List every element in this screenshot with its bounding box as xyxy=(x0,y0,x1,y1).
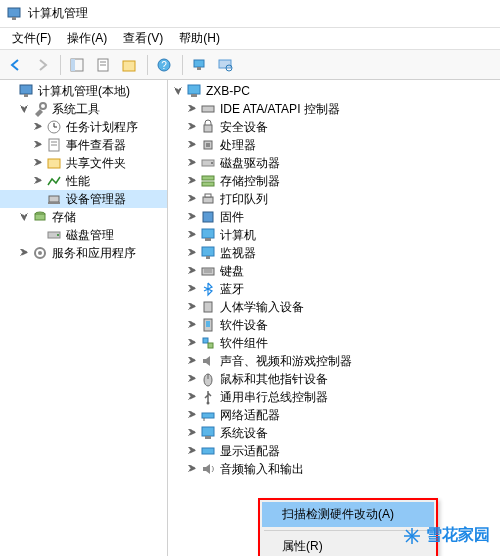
device-mouse[interactable]: ⮞鼠标和其他指针设备 xyxy=(168,370,500,388)
tree-label: 服务和应用程序 xyxy=(52,245,136,262)
expander-icon[interactable]: ⮞ xyxy=(186,409,198,421)
refresh-button[interactable] xyxy=(187,53,211,77)
tree-system-tools[interactable]: ⮟ 系统工具 xyxy=(0,100,167,118)
expander-icon[interactable]: ⮞ xyxy=(186,355,198,367)
svg-rect-46 xyxy=(205,238,211,241)
device-storage-ctrl[interactable]: ⮞存储控制器 xyxy=(168,172,500,190)
device-security[interactable]: ⮞安全设备 xyxy=(168,118,500,136)
expander-icon[interactable]: ⮞ xyxy=(186,391,198,403)
expander-icon[interactable]: ⮞ xyxy=(186,193,198,205)
menu-help[interactable]: 帮助(H) xyxy=(171,28,228,49)
expander-icon[interactable]: ⮞ xyxy=(186,319,198,331)
expander-icon[interactable]: ⮞ xyxy=(186,445,198,457)
back-button[interactable] xyxy=(4,53,28,77)
svg-rect-10 xyxy=(194,60,204,67)
svg-rect-48 xyxy=(206,256,210,259)
device-computer[interactable]: ⮞计算机 xyxy=(168,226,500,244)
expander-icon[interactable]: ⮞ xyxy=(186,247,198,259)
tree-shared-folders[interactable]: ⮞ 共享文件夹 xyxy=(0,154,167,172)
expander-icon[interactable]: ⮞ xyxy=(186,301,198,313)
storage-ctrl-icon xyxy=(200,173,216,189)
expander-icon[interactable]: ⮞ xyxy=(186,427,198,439)
menu-action[interactable]: 操作(A) xyxy=(59,28,115,49)
tree-label: 计算机 xyxy=(220,227,256,244)
expander-icon[interactable]: ⮞ xyxy=(32,175,44,187)
computer-mgmt-icon xyxy=(18,83,34,99)
left-tree-pane[interactable]: ▶ 计算机管理(本地) ⮟ 系统工具 ⮞ 任务计划程序 ⮞ 事件查看器 ⮞ 共享… xyxy=(0,80,168,556)
scan-hardware-button[interactable] xyxy=(213,53,237,77)
svg-point-29 xyxy=(57,234,59,236)
device-monitors[interactable]: ⮞监视器 xyxy=(168,244,500,262)
expander-icon[interactable]: ⮞ xyxy=(32,157,44,169)
expander-icon[interactable]: ⮞ xyxy=(186,373,198,385)
expander-icon[interactable]: ⮞ xyxy=(186,211,198,223)
expander-icon[interactable]: ⮞ xyxy=(186,265,198,277)
expander-icon[interactable]: ⮞ xyxy=(186,157,198,169)
network-icon xyxy=(200,407,216,423)
device-sound[interactable]: ⮞声音、视频和游戏控制器 xyxy=(168,352,500,370)
expander-icon[interactable]: ⮞ xyxy=(186,121,198,133)
device-network[interactable]: ⮞网络适配器 xyxy=(168,406,500,424)
device-mgr-icon xyxy=(46,191,62,207)
device-audio-io[interactable]: ⮞音频输入和输出 xyxy=(168,460,500,478)
right-tree-pane[interactable]: ⮟ ZXB-PC ⮞IDE ATA/ATAPI 控制器 ⮞安全设备 ⮞处理器 ⮞… xyxy=(168,80,500,556)
expander-icon[interactable]: ⮟ xyxy=(18,103,30,115)
device-tree-root[interactable]: ⮟ ZXB-PC xyxy=(168,82,500,100)
expander-icon[interactable]: ⮞ xyxy=(32,121,44,133)
expander-icon[interactable]: ⮟ xyxy=(172,85,184,97)
properties-button[interactable] xyxy=(91,53,115,77)
help-button[interactable]: ? xyxy=(152,53,176,77)
device-software-dev[interactable]: ⮞软件设备 xyxy=(168,316,500,334)
tree-storage[interactable]: ⮟ 存储 xyxy=(0,208,167,226)
tree-device-manager[interactable]: ▶ 设备管理器 xyxy=(0,190,167,208)
device-print-queue[interactable]: ⮞打印队列 xyxy=(168,190,500,208)
expander-icon[interactable]: ⮞ xyxy=(32,139,44,151)
expander-icon[interactable]: ⮞ xyxy=(186,139,198,151)
tree-label: 软件设备 xyxy=(220,317,268,334)
expander-icon[interactable]: ⮞ xyxy=(186,337,198,349)
svg-text:?: ? xyxy=(161,60,167,71)
device-processors[interactable]: ⮞处理器 xyxy=(168,136,500,154)
device-ide[interactable]: ⮞IDE ATA/ATAPI 控制器 xyxy=(168,100,500,118)
show-hide-tree-button[interactable] xyxy=(65,53,89,77)
usb-icon xyxy=(200,389,216,405)
firmware-icon xyxy=(200,209,216,225)
device-keyboards[interactable]: ⮞键盘 xyxy=(168,262,500,280)
expander-icon[interactable]: ⮞ xyxy=(186,175,198,187)
printer-icon xyxy=(200,191,216,207)
svg-rect-63 xyxy=(205,436,211,439)
tree-label: 安全设备 xyxy=(220,119,268,136)
device-display[interactable]: ⮞显示适配器 xyxy=(168,442,500,460)
tree-root-local[interactable]: ▶ 计算机管理(本地) xyxy=(0,82,167,100)
device-bluetooth[interactable]: ⮞蓝牙 xyxy=(168,280,500,298)
expander-icon[interactable]: ⮞ xyxy=(186,463,198,475)
export-button[interactable] xyxy=(117,53,141,77)
device-biometric[interactable]: ⮞人体学输入设备 xyxy=(168,298,500,316)
tree-performance[interactable]: ⮞ 性能 xyxy=(0,172,167,190)
expander-icon[interactable]: ⮞ xyxy=(186,283,198,295)
device-software-comp[interactable]: ⮞软件组件 xyxy=(168,334,500,352)
tree-disk-management[interactable]: ▶ 磁盘管理 xyxy=(0,226,167,244)
svg-rect-41 xyxy=(202,182,214,186)
hdd-icon xyxy=(200,155,216,171)
expander-icon[interactable]: ⮞ xyxy=(186,103,198,115)
menu-view[interactable]: 查看(V) xyxy=(115,28,171,49)
svg-rect-40 xyxy=(202,176,214,180)
expander-icon[interactable]: ⮞ xyxy=(18,247,30,259)
menu-file[interactable]: 文件(F) xyxy=(4,28,59,49)
forward-button[interactable] xyxy=(30,53,54,77)
device-usb[interactable]: ⮞通用串行总线控制器 xyxy=(168,388,500,406)
device-firmware[interactable]: ⮞固件 xyxy=(168,208,500,226)
tree-label: ZXB-PC xyxy=(206,84,250,98)
tree-task-scheduler[interactable]: ⮞ 任务计划程序 xyxy=(0,118,167,136)
svg-rect-3 xyxy=(71,59,75,71)
menu-scan-hardware[interactable]: 扫描检测硬件改动(A) xyxy=(262,502,434,527)
expander-icon[interactable]: ⮟ xyxy=(18,211,30,223)
svg-point-31 xyxy=(38,251,42,255)
tree-services-apps[interactable]: ⮞ 服务和应用程序 xyxy=(0,244,167,262)
expander-icon[interactable]: ⮞ xyxy=(186,229,198,241)
tree-label: 磁盘驱动器 xyxy=(220,155,280,172)
device-system-dev[interactable]: ⮞系统设备 xyxy=(168,424,500,442)
tree-event-viewer[interactable]: ⮞ 事件查看器 xyxy=(0,136,167,154)
device-disk-drives[interactable]: ⮞磁盘驱动器 xyxy=(168,154,500,172)
